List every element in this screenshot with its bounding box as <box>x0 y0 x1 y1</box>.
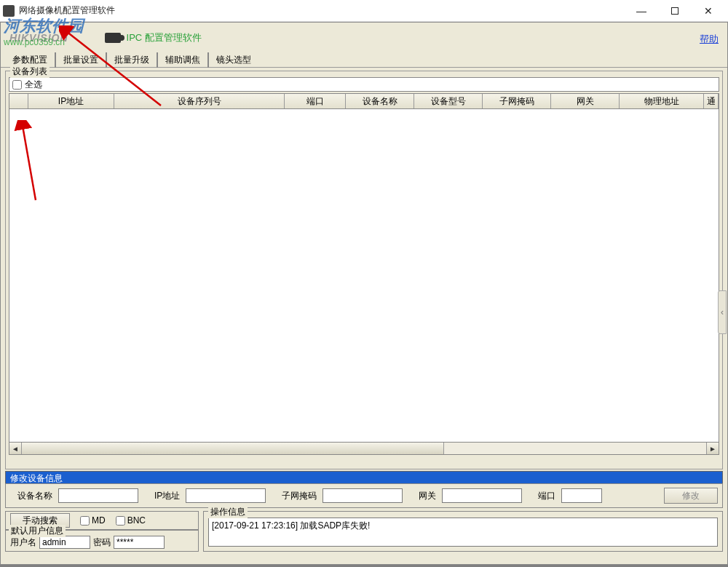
col-device-name[interactable]: 设备名称 <box>346 94 414 108</box>
input-subnet[interactable] <box>323 488 403 503</box>
help-link[interactable]: 帮助 <box>700 33 719 46</box>
md-checkbox[interactable] <box>80 516 90 526</box>
modify-button[interactable]: 修改 <box>664 488 718 504</box>
credentials-group-label: 默认用户信息 <box>9 525 66 537</box>
col-ip[interactable]: IP地址 <box>28 94 114 108</box>
minimize-button[interactable]: — <box>625 1 658 21</box>
close-button[interactable]: ✕ <box>692 1 725 21</box>
col-port[interactable]: 端口 <box>285 94 346 108</box>
label-device-name: 设备名称 <box>17 490 52 502</box>
window-title: 网络摄像机配置管理软件 <box>19 4 115 17</box>
scroll-left-arrow[interactable]: ◄ <box>9 443 22 454</box>
brand-row: 河东软件园 www.pc0359.cn HIKVISION IPC 配置管理软件… <box>1 23 727 53</box>
tab-assist-focus[interactable]: 辅助调焦 <box>158 52 209 68</box>
bottom-row: 手动搜索 MD BNC 默认用户信息 用户名 密码 操作信息 <box>5 511 723 552</box>
horizontal-scrollbar[interactable]: ◄ ► <box>9 443 719 455</box>
username-input[interactable] <box>39 536 90 549</box>
label-port: 端口 <box>538 490 555 502</box>
app-icon <box>3 5 15 17</box>
credentials-group: 默认用户信息 用户名 密码 <box>5 530 199 552</box>
scroll-track[interactable] <box>444 443 706 454</box>
brand-logo: HIKVISION <box>9 32 68 44</box>
username-label: 用户名 <box>10 536 36 549</box>
device-list-label: 设备列表 <box>10 66 50 78</box>
input-device-name[interactable] <box>58 488 138 503</box>
scroll-right-arrow[interactable]: ► <box>706 443 719 454</box>
md-label: MD <box>92 515 106 526</box>
side-expand-handle[interactable]: ‹ <box>718 290 727 334</box>
password-input[interactable] <box>114 536 165 549</box>
label-subnet: 子网掩码 <box>282 490 317 502</box>
scroll-thumb[interactable] <box>22 443 444 454</box>
col-checkbox[interactable] <box>9 94 28 108</box>
maximize-button[interactable] <box>658 1 692 21</box>
bnc-label: BNC <box>127 515 146 526</box>
brand-product-text: IPC 配置管理软件 <box>127 31 202 44</box>
left-bottom-panel: 手动搜索 MD BNC 默认用户信息 用户名 密码 <box>5 511 199 552</box>
operation-log[interactable]: [2017-09-21 17:23:16] 加载SADP库失败! <box>208 518 718 547</box>
input-ip[interactable] <box>186 488 266 503</box>
log-line: [2017-09-21 17:23:16] 加载SADP库失败! <box>212 520 714 532</box>
table-header: IP地址 设备序列号 端口 设备名称 设备型号 子网掩码 网关 物理地址 通 <box>9 93 719 109</box>
operation-info-label: 操作信息 <box>208 506 248 518</box>
input-port[interactable] <box>561 488 602 503</box>
select-all-label: 全选 <box>25 79 42 91</box>
device-list-group: 设备列表 全选 IP地址 设备序列号 端口 设备名称 设备型号 子网掩码 网关 … <box>5 71 723 469</box>
tab-batch-setting[interactable]: 批量设置 <box>56 52 107 68</box>
label-gateway: 网关 <box>419 490 436 502</box>
col-serial[interactable]: 设备序列号 <box>114 94 285 108</box>
table-body[interactable] <box>9 109 719 443</box>
tab-batch-upgrade[interactable]: 批量升级 <box>107 52 158 68</box>
col-subnet[interactable]: 子网掩码 <box>483 94 551 108</box>
input-gateway[interactable] <box>442 488 522 503</box>
label-ip: IP地址 <box>154 490 180 502</box>
tab-lens-select[interactable]: 镜头选型 <box>209 52 258 68</box>
col-gateway[interactable]: 网关 <box>551 94 620 108</box>
camera-icon <box>105 33 121 43</box>
col-extra[interactable]: 通 <box>704 94 719 108</box>
modify-row: 设备名称 IP地址 子网掩码 网关 端口 修改 <box>5 483 723 508</box>
tab-bar: 参数配置 批量设置 批量升级 辅助调焦 镜头选型 <box>1 53 727 68</box>
password-label: 密码 <box>93 536 111 549</box>
bnc-checkbox[interactable] <box>116 516 125 526</box>
select-all-checkbox[interactable] <box>12 80 22 90</box>
modify-title-bar: 修改设备信息 <box>5 471 723 483</box>
operation-info-group: 操作信息 [2017-09-21 17:23:16] 加载SADP库失败! <box>203 511 723 552</box>
titlebar: 网络摄像机配置管理软件 — ✕ <box>0 0 728 22</box>
window-body: 河东软件园 www.pc0359.cn HIKVISION IPC 配置管理软件… <box>0 22 728 565</box>
col-mac[interactable]: 物理地址 <box>620 94 704 108</box>
col-model[interactable]: 设备型号 <box>414 94 483 108</box>
select-all-row: 全选 <box>9 77 719 92</box>
